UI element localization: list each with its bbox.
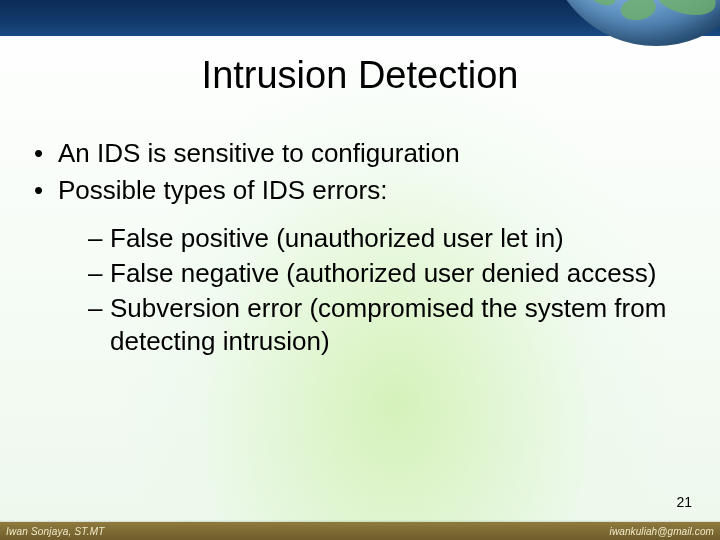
globe-decoration	[556, 0, 720, 50]
sub-bullet-item: Subversion error (compromised the system…	[58, 292, 692, 359]
footer-bar: Iwan Sonjaya, ST.MT iwankuliah@gmail.com	[0, 522, 720, 540]
sub-bullet-list: False positive (unauthorized user let in…	[58, 222, 692, 359]
sub-bullet-item: False negative (authorized user denied a…	[58, 257, 692, 290]
footer-email: iwankuliah@gmail.com	[610, 526, 714, 537]
slide-title: Intrusion Detection	[0, 54, 720, 97]
bullet-text: Possible types of IDS errors:	[58, 175, 387, 205]
bullet-list: An IDS is sensitive to configuration Pos…	[28, 137, 692, 359]
top-bar	[0, 0, 720, 36]
sub-bullet-item: False positive (unauthorized user let in…	[58, 222, 692, 255]
bullet-text: An IDS is sensitive to configuration	[58, 138, 460, 168]
slide-body: An IDS is sensitive to configuration Pos…	[28, 137, 692, 359]
bullet-item: Possible types of IDS errors: False posi…	[28, 174, 692, 358]
bullet-item: An IDS is sensitive to configuration	[28, 137, 692, 170]
page-number: 21	[676, 494, 692, 510]
footer-author: Iwan Sonjaya, ST.MT	[6, 526, 104, 537]
sub-bullet-text: False negative (authorized user denied a…	[110, 258, 656, 288]
slide: Intrusion Detection An IDS is sensitive …	[0, 0, 720, 540]
sub-bullet-text: False positive (unauthorized user let in…	[110, 223, 564, 253]
sub-bullet-text: Subversion error (compromised the system…	[110, 293, 666, 356]
